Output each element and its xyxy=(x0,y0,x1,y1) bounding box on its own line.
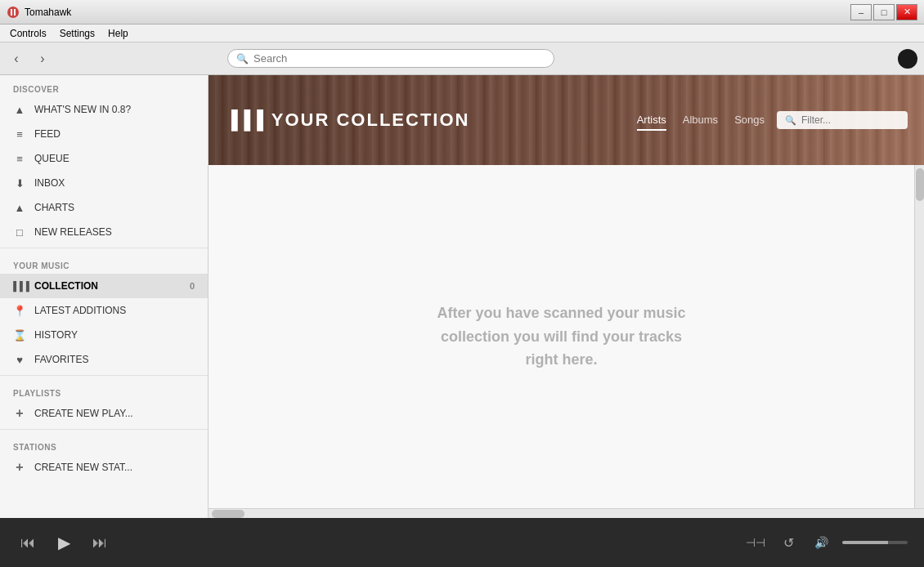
title-bar: Tomahawk – □ ✕ xyxy=(0,0,924,25)
new-releases-label: NEW RELEASES xyxy=(34,226,112,238)
player-bar: ⏮ ▶ ⏭ ⊣⊣ ↺ 🔊 xyxy=(0,518,924,567)
history-label: HISTORY xyxy=(34,329,78,341)
charts-label: CHARTS xyxy=(34,202,74,213)
search-icon: 🔍 xyxy=(236,53,249,65)
app-icon xyxy=(7,6,20,19)
your-music-section-label: YOUR MUSIC xyxy=(0,252,208,274)
divider-3 xyxy=(0,429,208,430)
collection-badge: 0 xyxy=(190,281,195,291)
nav-back-button[interactable]: ‹ xyxy=(7,49,26,69)
empty-state-line1: After you have scanned your music xyxy=(437,301,685,325)
horizontal-scrollbar[interactable] xyxy=(209,508,924,518)
divider-1 xyxy=(0,248,208,248)
user-avatar[interactable] xyxy=(898,49,917,69)
menu-help[interactable]: Help xyxy=(101,26,135,41)
inbox-label: INBOX xyxy=(34,177,65,189)
inbox-icon: ⬇ xyxy=(13,176,26,190)
svg-point-0 xyxy=(7,7,19,18)
latest-additions-icon: 📍 xyxy=(13,304,26,317)
sidebar-item-latest-additions[interactable]: 📍 LATEST ADDITIONS xyxy=(0,298,208,323)
next-button[interactable]: ⏭ xyxy=(88,531,111,554)
collection-banner-title: YOUR COLLECTION xyxy=(271,109,637,131)
collection-icon: ▐▐▐ xyxy=(13,279,26,292)
queue-icon: ≡ xyxy=(13,152,26,165)
volume-slider[interactable] xyxy=(842,541,908,544)
whats-new-label: WHAT'S NEW IN 0.8? xyxy=(34,104,131,115)
loop-button[interactable]: ↺ xyxy=(777,531,800,554)
skip-back-button[interactable]: ⊣⊣ xyxy=(744,531,767,554)
svg-rect-2 xyxy=(14,9,16,16)
scroll-thumb-v[interactable] xyxy=(916,168,924,201)
banner-tabs: Artists Albums Songs xyxy=(637,110,765,131)
sidebar-item-history[interactable]: ⌛ HISTORY xyxy=(0,323,208,347)
collection-banner: ▐▐▐ YOUR COLLECTION Artists Albums Songs… xyxy=(209,75,924,165)
playlists-section-label: PLAYLISTS xyxy=(0,379,208,401)
sidebar-item-feed[interactable]: ≡ FEED xyxy=(0,122,208,146)
create-station-label: CREATE NEW STAT... xyxy=(34,462,132,473)
filter-icon: 🔍 xyxy=(785,115,796,126)
search-bar: 🔍 xyxy=(227,49,554,68)
create-playlist-icon: + xyxy=(13,407,26,420)
minimize-button[interactable]: – xyxy=(850,4,872,20)
tab-songs[interactable]: Songs xyxy=(734,110,765,131)
content-area: ▐▐▐ YOUR COLLECTION Artists Albums Songs… xyxy=(209,75,924,518)
main-pane: After you have scanned your music collec… xyxy=(209,165,914,508)
sidebar-item-inbox[interactable]: ⬇ INBOX xyxy=(0,171,208,195)
charts-icon: ▲ xyxy=(13,201,26,214)
favorites-label: FAVORITES xyxy=(34,354,88,365)
queue-label: QUEUE xyxy=(34,153,70,164)
discover-section-label: DISCOVER xyxy=(0,75,208,97)
sidebar-item-create-station[interactable]: + CREATE NEW STAT... xyxy=(0,455,208,480)
search-input[interactable] xyxy=(253,52,545,65)
create-playlist-label: CREATE NEW PLAY... xyxy=(34,408,133,419)
sidebar-item-create-playlist[interactable]: + CREATE NEW PLAY... xyxy=(0,401,208,426)
feed-icon: ≡ xyxy=(13,127,26,141)
app-title: Tomahawk xyxy=(25,7,850,18)
main-layout: DISCOVER ▲ WHAT'S NEW IN 0.8? ≡ FEED ≡ Q… xyxy=(0,75,924,518)
nav-forward-button[interactable]: › xyxy=(33,49,52,69)
sidebar-item-whats-new[interactable]: ▲ WHAT'S NEW IN 0.8? xyxy=(0,97,208,122)
scroll-thumb-h[interactable] xyxy=(212,510,244,518)
play-button[interactable]: ▶ xyxy=(52,531,75,554)
prev-button[interactable]: ⏮ xyxy=(16,531,39,554)
new-releases-icon: □ xyxy=(13,225,26,239)
svg-rect-1 xyxy=(11,9,12,16)
close-button[interactable]: ✕ xyxy=(896,4,917,20)
sidebar: DISCOVER ▲ WHAT'S NEW IN 0.8? ≡ FEED ≡ Q… xyxy=(0,75,209,518)
sidebar-item-queue[interactable]: ≡ QUEUE xyxy=(0,146,208,171)
sidebar-item-collection[interactable]: ▐▐▐ COLLECTION 0 xyxy=(0,274,208,298)
stations-section-label: STATIONS xyxy=(0,433,208,455)
empty-state-line3: right here. xyxy=(437,348,685,372)
empty-state-message: After you have scanned your music collec… xyxy=(437,301,685,372)
empty-state-line2: collection you will find your tracks xyxy=(437,325,685,349)
content-body: After you have scanned your music collec… xyxy=(209,165,924,508)
create-station-icon: + xyxy=(13,461,26,474)
filter-input[interactable] xyxy=(801,114,899,126)
collection-label: COLLECTION xyxy=(34,280,98,292)
collection-banner-icon: ▐▐▐ xyxy=(225,109,263,131)
volume-button[interactable]: 🔊 xyxy=(810,531,832,554)
player-right-controls: ⊣⊣ ↺ 🔊 xyxy=(744,531,908,554)
history-icon: ⌛ xyxy=(13,328,26,342)
menu-controls[interactable]: Controls xyxy=(3,26,53,41)
banner-filter: 🔍 xyxy=(777,111,908,129)
sidebar-item-charts[interactable]: ▲ CHARTS xyxy=(0,195,208,220)
divider-2 xyxy=(0,375,208,376)
whats-new-icon: ▲ xyxy=(13,103,26,116)
window-controls[interactable]: – □ ✕ xyxy=(850,4,917,20)
menu-bar: Controls Settings Help xyxy=(0,25,924,42)
sidebar-item-new-releases[interactable]: □ NEW RELEASES xyxy=(0,220,208,244)
feed-label: FEED xyxy=(34,128,61,140)
latest-additions-label: LATEST ADDITIONS xyxy=(34,305,126,316)
favorites-icon: ♥ xyxy=(13,353,26,366)
vertical-scrollbar[interactable] xyxy=(914,165,924,508)
sidebar-item-favorites[interactable]: ♥ FAVORITES xyxy=(0,347,208,372)
menu-settings[interactable]: Settings xyxy=(53,26,101,41)
tab-albums[interactable]: Albums xyxy=(683,110,718,131)
toolbar: ‹ › 🔍 xyxy=(0,42,924,75)
maximize-button[interactable]: □ xyxy=(873,4,895,20)
tab-artists[interactable]: Artists xyxy=(637,110,666,131)
